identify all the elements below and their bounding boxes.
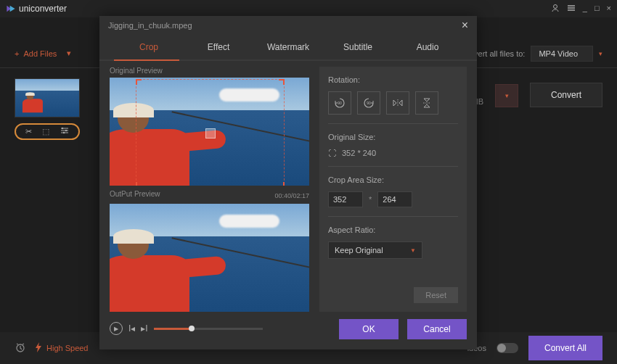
rotate-cw-button[interactable]: 90 (357, 91, 380, 115)
progress-bar[interactable] (154, 328, 263, 330)
flip-vertical-button[interactable] (415, 91, 438, 115)
tab-audio[interactable]: Audio (393, 35, 462, 59)
chevron-down-icon: ▼ (410, 247, 416, 254)
svg-point-3 (62, 128, 63, 129)
output-preview (110, 204, 309, 312)
svg-text:90: 90 (367, 101, 371, 105)
cancel-button[interactable]: Cancel (407, 319, 467, 339)
ok-button[interactable]: OK (339, 319, 399, 339)
aspect-ratio-dropdown[interactable]: Keep Original ▼ (328, 241, 422, 259)
controls-column: Rotation: 90 90 Original Size: ⛶ 352 * 2… (319, 67, 467, 312)
close-icon[interactable]: × (462, 19, 468, 32)
svg-point-2 (553, 5, 557, 9)
original-preview[interactable] (110, 78, 309, 186)
rotate-ccw-button[interactable]: 90 (328, 91, 351, 115)
convert-all-button[interactable]: Convert All (528, 336, 602, 360)
reset-button[interactable]: Reset (414, 287, 458, 303)
play-button[interactable]: ▶ (110, 322, 123, 335)
aspect-ratio-label: Aspect Ratio: (328, 226, 458, 234)
crop-frame[interactable] (136, 79, 285, 186)
tab-effect[interactable]: Effect (184, 35, 253, 59)
format-options-button[interactable]: ▾ (495, 84, 518, 107)
chevron-down-icon[interactable]: ▾ (599, 50, 602, 57)
high-speed-toggle[interactable]: High Speed (35, 342, 89, 354)
format-dropdown[interactable]: MP4 Video (531, 46, 593, 62)
format-value: MP4 Video (539, 49, 578, 58)
add-files-button[interactable]: + Add Files ▾ (15, 49, 71, 58)
crop-height-input[interactable] (377, 191, 412, 207)
minimize-button[interactable]: _ (583, 4, 587, 14)
modal-header: Jigging_in_chuuk.mpeg × (99, 16, 477, 35)
settings-icon[interactable] (60, 127, 69, 136)
original-preview-label: Original Preview (110, 67, 309, 75)
modal-filename: Jigging_in_chuuk.mpeg (108, 21, 192, 30)
crop-area-label: Crop Area Size: (328, 175, 458, 184)
file-item[interactable]: ✂ ⬚ (15, 78, 80, 140)
svg-text:90: 90 (338, 101, 342, 105)
logo-icon (6, 4, 16, 14)
tab-crop[interactable]: Crop (114, 35, 184, 59)
file-thumbnail (15, 78, 80, 117)
crop-center-handle[interactable] (205, 128, 216, 138)
original-size-label: Original Size: (328, 133, 458, 141)
user-icon[interactable] (551, 4, 560, 14)
output-preview-label: OutPut Preview (110, 190, 160, 198)
bolt-icon (35, 342, 42, 354)
preview-column: Original Preview OutPut Preview 00:40/02… (110, 67, 309, 312)
crop-width-input[interactable] (328, 191, 363, 207)
app-name: uniconverter (19, 4, 67, 14)
rotation-label: Rotation: (328, 75, 458, 84)
cut-icon[interactable]: ✂ (25, 127, 32, 136)
maximize-button[interactable]: □ (594, 4, 600, 14)
alarm-icon[interactable] (15, 342, 26, 355)
tab-watermark[interactable]: Watermark (253, 35, 323, 59)
convert-button[interactable]: Convert (530, 83, 602, 107)
modal-tabs: Crop Effect Watermark Subtitle Audio (99, 35, 477, 61)
prev-frame-button[interactable]: I◂ (128, 323, 135, 334)
file-tools: ✂ ⬚ (15, 123, 80, 140)
original-size-value: 352 * 240 (342, 149, 376, 157)
app-logo: uniconverter (6, 4, 67, 14)
flip-horizontal-button[interactable] (386, 91, 409, 115)
aspect-value: Keep Original (335, 246, 383, 255)
merge-videos-toggle[interactable] (497, 343, 518, 353)
tab-subtitle[interactable]: Subtitle (323, 35, 393, 59)
time-label: 00:40/02:17 (274, 192, 309, 199)
svg-marker-1 (10, 6, 15, 12)
svg-point-5 (63, 132, 65, 133)
add-files-label: Add Files (23, 49, 57, 58)
svg-point-4 (65, 130, 67, 131)
menu-icon[interactable] (567, 4, 576, 14)
high-speed-label: High Speed (46, 344, 89, 352)
convert-format-selector: onvert all files to: MP4 Video ▾ (465, 46, 602, 62)
next-frame-button[interactable]: ▸I (141, 323, 147, 334)
plus-icon: + (15, 49, 19, 58)
close-button[interactable]: × (607, 4, 611, 14)
chevron-down-icon: ▾ (67, 49, 71, 58)
progress-thumb[interactable] (189, 326, 195, 331)
multiply-icon: * (369, 195, 372, 204)
crop-icon[interactable]: ⬚ (42, 127, 49, 136)
expand-icon: ⛶ (328, 149, 336, 157)
titlebar: uniconverter _ □ × (0, 0, 617, 17)
crop-modal: Jigging_in_chuuk.mpeg × Crop Effect Wate… (99, 16, 477, 349)
